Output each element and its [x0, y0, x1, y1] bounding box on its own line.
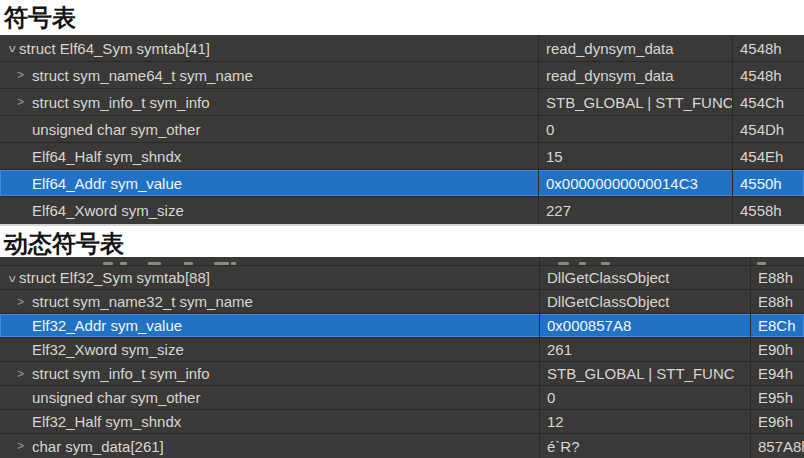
- field-address-text: 4548h: [740, 67, 782, 84]
- dynamic-symbol-table-tree: >struct Elf32_Sym symtab[88]DllGetClassO…: [0, 257, 804, 458]
- field-address-text: 4548h: [740, 40, 782, 57]
- chevron-right-icon[interactable]: >: [17, 368, 32, 380]
- glyph-fragment: [757, 262, 766, 265]
- field-address-text: 4558h: [740, 202, 782, 219]
- field-address: 4548h: [732, 35, 804, 61]
- field-name: >char sym_data[261]: [0, 434, 539, 458]
- tree-row[interactable]: >struct sym_name64_t sym_nameread_dynsym…: [0, 62, 804, 89]
- tree-row[interactable]: >struct sym_info_t sym_infoSTB_GLOBAL | …: [0, 89, 804, 116]
- tree-row[interactable]: unsigned char sym_other0454Dh: [0, 116, 804, 143]
- field-value: 12: [539, 410, 750, 433]
- tree-row[interactable]: Elf32_Xword sym_size261E90h: [0, 338, 804, 362]
- tree-row[interactable]: unsigned char sym_other0E95h: [0, 386, 804, 410]
- field-address: 4548h: [732, 62, 804, 88]
- field-value: DllGetClassObject: [539, 290, 750, 313]
- field-value-text: é`R?: [547, 438, 580, 455]
- glyph-fragment: [231, 262, 236, 265]
- field-address: E96h: [750, 410, 804, 433]
- field-value: 227: [538, 197, 732, 224]
- glyph-fragment: [120, 262, 127, 265]
- field-name: Elf64_Addr sym_value: [0, 170, 538, 196]
- field-name: Elf32_Xword sym_size: [0, 338, 539, 361]
- chevron-right-icon[interactable]: >: [17, 96, 32, 108]
- glyph-fragment: [558, 262, 569, 265]
- field-value-text: STB_GLOBAL | STT_FUNC: [547, 365, 735, 382]
- field-name: Elf32_Half sym_shndx: [0, 410, 539, 433]
- field-name: >struct sym_name32_t sym_name: [0, 290, 539, 313]
- field-value-text: read_dynsym_data: [546, 40, 674, 57]
- field-name: Elf64_Xword sym_size: [0, 197, 538, 224]
- field-address: E95h: [750, 386, 804, 409]
- tree-row[interactable]: Elf64_Addr sym_value0x00000000000014C345…: [0, 170, 804, 197]
- section-title-dynamic-symbol-table: 动态符号表: [4, 228, 124, 257]
- field-value: read_dynsym_data: [538, 35, 732, 61]
- field-address-text: E94h: [758, 365, 793, 382]
- field-value-text: 0: [546, 121, 554, 138]
- field-address: 4550h: [732, 170, 804, 196]
- field-value-text: 0x00000000000014C3: [546, 175, 698, 192]
- field-value: DllGetClassObject: [539, 266, 750, 289]
- field-name-text: struct Elf64_Sym symtab[41]: [19, 40, 210, 57]
- tree-row[interactable]: Elf32_Addr sym_value0x000857A8E8Ch: [0, 314, 804, 338]
- field-name: >struct sym_name64_t sym_name: [0, 62, 538, 88]
- tree-row[interactable]: >struct sym_info_t sym_infoSTB_GLOBAL | …: [0, 362, 804, 386]
- chevron-down-icon[interactable]: >: [6, 42, 18, 57]
- field-name-text: Elf64_Addr sym_value: [32, 175, 182, 192]
- tree-row[interactable]: Elf64_Half sym_shndx15454Eh: [0, 143, 804, 170]
- field-address: 4558h: [732, 197, 804, 224]
- chevron-right-icon[interactable]: >: [17, 440, 32, 452]
- field-name: >struct Elf32_Sym symtab[88]: [0, 266, 539, 289]
- chevron-right-icon[interactable]: >: [17, 69, 32, 81]
- field-name-text: Elf32_Xword sym_size: [32, 341, 184, 358]
- field-name-text: Elf32_Half sym_shndx: [32, 413, 181, 430]
- field-address: E88h: [750, 266, 804, 289]
- field-address: 454Eh: [732, 143, 804, 169]
- field-address: E94h: [750, 362, 804, 385]
- chevron-right-icon[interactable]: >: [17, 296, 32, 308]
- field-value: STB_GLOBAL | STT_FUNC: [539, 362, 750, 385]
- tree-row[interactable]: >char sym_data[261]é`R?857A8h: [0, 434, 804, 458]
- field-value: 261: [539, 338, 750, 361]
- struct-viewer-page: 符号表 >struct Elf64_Sym symtab[41]read_dyn…: [0, 0, 804, 458]
- tree-row[interactable]: >struct Elf64_Sym symtab[41]read_dynsym_…: [0, 35, 804, 62]
- field-value: read_dynsym_data: [538, 62, 732, 88]
- field-value: 15: [538, 143, 732, 169]
- tree-row[interactable]: >struct sym_name32_t sym_nameDllGetClass…: [0, 290, 804, 314]
- field-value-text: read_dynsym_data: [546, 67, 674, 84]
- field-name-text: char sym_data[261]: [32, 438, 164, 455]
- field-address-text: E95h: [758, 389, 793, 406]
- field-value-text: 15: [546, 148, 563, 165]
- field-address-text: 4550h: [740, 175, 782, 192]
- field-value: 0x000857A8: [539, 314, 750, 337]
- field-value-text: 12: [547, 413, 564, 430]
- field-address-text: E88h: [758, 293, 793, 310]
- field-name: >struct Elf64_Sym symtab[41]: [0, 35, 538, 61]
- field-value: 0: [538, 116, 732, 142]
- clipped-row-remnant: [0, 257, 804, 266]
- field-address-text: E88h: [758, 269, 793, 286]
- field-value: 0: [539, 386, 750, 409]
- field-name: >struct sym_info_t sym_info: [0, 362, 539, 385]
- field-name-text: unsigned char sym_other: [32, 389, 200, 406]
- field-value: STB_GLOBAL | STT_FUNC: [538, 89, 732, 115]
- field-address: 857A8h: [750, 434, 804, 458]
- tree-row[interactable]: Elf32_Half sym_shndx12E96h: [0, 410, 804, 434]
- field-name: Elf32_Addr sym_value: [0, 314, 539, 337]
- field-name-text: struct sym_info_t sym_info: [32, 365, 210, 382]
- field-value-text: 261: [547, 341, 572, 358]
- glyph-fragment: [601, 262, 610, 265]
- clipped-name-cell: [0, 257, 539, 265]
- section-title-symbol-table: 符号表: [4, 0, 76, 35]
- field-name-text: unsigned char sym_other: [32, 121, 200, 138]
- field-name: >struct sym_info_t sym_info: [0, 89, 538, 115]
- chevron-down-icon[interactable]: >: [6, 271, 18, 286]
- field-value-text: 227: [546, 202, 571, 219]
- field-address-text: E90h: [758, 341, 793, 358]
- field-address: E8Ch: [750, 314, 804, 337]
- tree-row[interactable]: Elf64_Xword sym_size2274558h: [0, 197, 804, 224]
- field-value-text: 0: [547, 389, 555, 406]
- field-address-text: 454Ch: [740, 94, 784, 111]
- field-address: E88h: [750, 290, 804, 313]
- tree-row[interactable]: >struct Elf32_Sym symtab[88]DllGetClassO…: [0, 266, 804, 290]
- field-address: E90h: [750, 338, 804, 361]
